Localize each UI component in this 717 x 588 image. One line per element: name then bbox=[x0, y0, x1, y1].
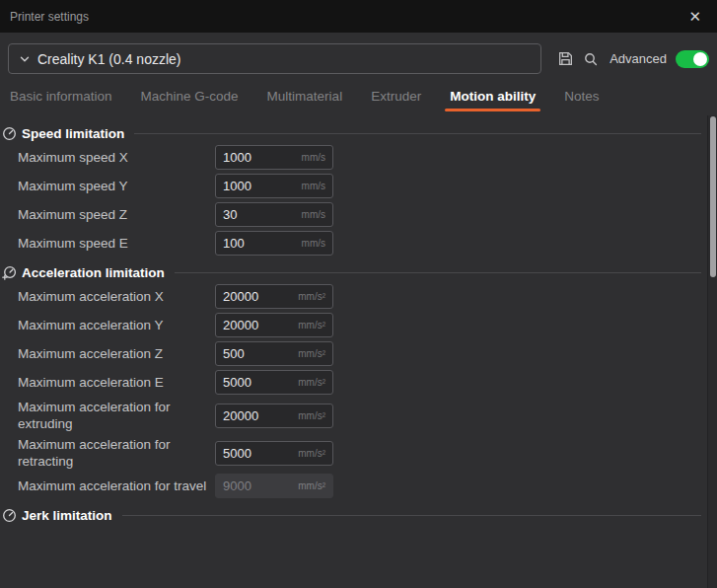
setting-row-maximum-acceleration-z: Maximum acceleration Zmm/s² bbox=[0, 341, 717, 366]
unit-label: mm/s² bbox=[298, 480, 325, 491]
setting-row-maximum-acceleration-y: Maximum acceleration Ymm/s² bbox=[0, 313, 717, 337]
jerk-gauge-icon bbox=[2, 507, 18, 523]
chevron-down-icon bbox=[19, 53, 31, 65]
settings-content: Speed limitationMaximum speed Xmm/sMaxim… bbox=[0, 114, 717, 523]
tab-label: Motion ability bbox=[450, 89, 536, 104]
scrollbar-thumb[interactable] bbox=[710, 116, 716, 277]
maximum-acceleration-for-retracting-input[interactable] bbox=[223, 446, 295, 461]
title-bar: Printer settings ✕ bbox=[0, 0, 717, 33]
maximum-acceleration-y-input[interactable] bbox=[223, 318, 295, 332]
value-input-box: mm/s² bbox=[215, 313, 333, 337]
value-input-box: mm/s² bbox=[215, 341, 333, 366]
advanced-label: Advanced bbox=[609, 51, 667, 66]
unit-label: mm/s bbox=[302, 152, 325, 163]
section-header-acceleration-limitation: Acceleration limitation bbox=[0, 264, 717, 280]
setting-row-maximum-acceleration-for-extruding: Maximum acceleration for extrudingmm/s² bbox=[0, 399, 717, 432]
tab-label: Notes bbox=[564, 89, 599, 104]
unit-label: mm/s bbox=[302, 209, 325, 220]
maximum-acceleration-for-extruding-input[interactable] bbox=[223, 408, 295, 423]
unit-label: mm/s bbox=[302, 238, 325, 249]
setting-label: Maximum speed Y bbox=[18, 178, 215, 194]
printer-preset-select[interactable]: Creality K1 (0.4 nozzle) bbox=[8, 43, 541, 74]
maximum-speed-x-input[interactable] bbox=[223, 150, 299, 165]
save-preset-icon[interactable] bbox=[557, 50, 574, 67]
unit-label: mm/s² bbox=[298, 291, 325, 302]
unit-label: mm/s² bbox=[298, 320, 325, 331]
setting-row-maximum-speed-x: Maximum speed Xmm/s bbox=[0, 145, 717, 170]
value-input-box: mm/s bbox=[215, 202, 333, 227]
value-input-box: mm/s² bbox=[215, 370, 333, 395]
maximum-speed-y-input[interactable] bbox=[223, 179, 299, 193]
value-input-box: mm/s bbox=[215, 174, 333, 198]
maximum-speed-z-input[interactable] bbox=[223, 207, 299, 222]
maximum-acceleration-x-input[interactable] bbox=[223, 289, 295, 304]
printer-settings-window: Printer settings ✕ Creality K1 (0.4 nozz… bbox=[0, 0, 717, 588]
unit-label: mm/s² bbox=[298, 377, 325, 388]
maximum-speed-e-input[interactable] bbox=[223, 236, 299, 251]
tab-label: Multimaterial bbox=[267, 89, 343, 104]
setting-row-maximum-acceleration-for-travel: Maximum acceleration for travelmm/s² bbox=[0, 474, 717, 498]
section-divider bbox=[134, 133, 701, 134]
setting-label: Maximum acceleration E bbox=[18, 374, 215, 391]
tab-extruder[interactable]: Extruder bbox=[371, 80, 421, 114]
section-divider bbox=[175, 272, 701, 273]
section-divider bbox=[122, 515, 701, 516]
vertical-scrollbar[interactable] bbox=[707, 115, 717, 588]
setting-row-maximum-acceleration-for-retracting: Maximum acceleration for retractingmm/s² bbox=[0, 436, 717, 470]
setting-label: Maximum acceleration Y bbox=[18, 317, 215, 333]
unit-label: mm/s² bbox=[298, 448, 325, 459]
header-row: Creality K1 (0.4 nozzle) Advanced bbox=[0, 33, 717, 80]
setting-label: Maximum speed X bbox=[18, 149, 215, 166]
setting-label: Maximum speed Z bbox=[18, 206, 215, 223]
header-actions: Advanced bbox=[557, 50, 709, 68]
tab-motion-ability[interactable]: Motion ability bbox=[450, 80, 536, 114]
unit-label: mm/s bbox=[302, 181, 325, 191]
setting-label: Maximum acceleration Z bbox=[18, 345, 215, 362]
setting-row-maximum-speed-e: Maximum speed Emm/s bbox=[0, 231, 717, 256]
section-header-speed-limitation: Speed limitation bbox=[0, 125, 717, 141]
unit-label: mm/s² bbox=[298, 410, 325, 421]
tab-machine-g-code[interactable]: Machine G-code bbox=[141, 80, 239, 114]
setting-row-maximum-speed-y: Maximum speed Ymm/s bbox=[0, 174, 717, 198]
tab-label: Basic information bbox=[10, 89, 112, 104]
unit-label: mm/s² bbox=[298, 348, 325, 359]
setting-label: Maximum speed E bbox=[18, 235, 215, 252]
value-input-box: mm/s bbox=[215, 145, 333, 170]
printer-preset-value: Creality K1 (0.4 nozzle) bbox=[37, 51, 181, 67]
maximum-acceleration-z-input[interactable] bbox=[223, 346, 295, 361]
tab-multimaterial[interactable]: Multimaterial bbox=[267, 80, 343, 114]
section-title: Acceleration limitation bbox=[22, 265, 165, 280]
setting-row-maximum-speed-z: Maximum speed Zmm/s bbox=[0, 202, 717, 227]
value-input-box: mm/s² bbox=[215, 474, 333, 498]
toggle-knob bbox=[693, 52, 707, 66]
setting-row-maximum-acceleration-e: Maximum acceleration Emm/s² bbox=[0, 370, 717, 395]
setting-label: Maximum acceleration for travel bbox=[18, 478, 215, 494]
setting-row-maximum-acceleration-x: Maximum acceleration Xmm/s² bbox=[0, 284, 717, 309]
maximum-acceleration-for-travel-input bbox=[223, 478, 295, 493]
tab-label: Extruder bbox=[371, 89, 421, 104]
advanced-toggle[interactable] bbox=[676, 50, 709, 68]
section-header-jerk-limitation: Jerk limitation bbox=[0, 507, 717, 523]
close-icon[interactable]: ✕ bbox=[684, 7, 705, 26]
value-input-box: mm/s² bbox=[215, 284, 333, 309]
acceleration-gauge-icon bbox=[2, 264, 18, 280]
section-title: Jerk limitation bbox=[22, 508, 112, 523]
setting-label: Maximum acceleration for retracting bbox=[18, 436, 215, 470]
setting-label: Maximum acceleration X bbox=[18, 288, 215, 305]
speed-gauge-icon bbox=[2, 125, 18, 141]
settings-tab-bar: Basic informationMachine G-codeMultimate… bbox=[0, 80, 717, 114]
value-input-box: mm/s² bbox=[215, 441, 333, 466]
tab-notes[interactable]: Notes bbox=[564, 80, 599, 114]
search-icon[interactable] bbox=[583, 51, 599, 67]
tab-basic-information[interactable]: Basic information bbox=[10, 80, 112, 114]
maximum-acceleration-e-input[interactable] bbox=[223, 375, 295, 390]
tab-label: Machine G-code bbox=[141, 89, 239, 104]
section-title: Speed limitation bbox=[22, 126, 124, 141]
value-input-box: mm/s bbox=[215, 231, 333, 256]
window-title: Printer settings bbox=[10, 10, 89, 24]
value-input-box: mm/s² bbox=[215, 404, 333, 428]
setting-label: Maximum acceleration for extruding bbox=[18, 399, 215, 432]
